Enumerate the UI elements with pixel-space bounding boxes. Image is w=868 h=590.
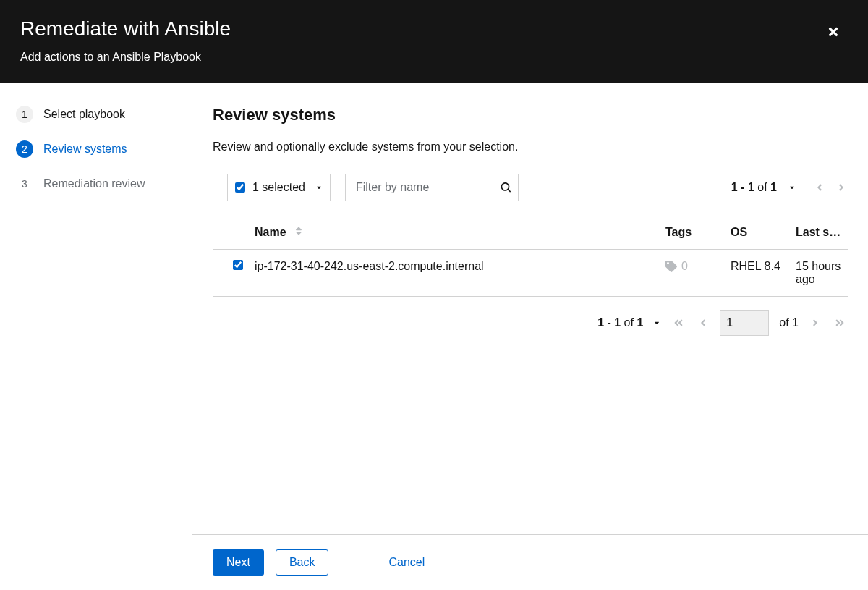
modal-header: Remediate with Ansible Add actions to an… [0, 0, 868, 83]
column-name[interactable]: Name [249, 216, 660, 250]
modal: Remediate with Ansible Add actions to an… [0, 0, 868, 590]
step-number: 2 [16, 140, 33, 158]
tag-icon [665, 261, 677, 272]
prev-page-button[interactable] [697, 315, 710, 331]
search-icon [501, 182, 511, 193]
page-title: Review systems [213, 106, 848, 125]
page-description: Review and optionally exclude systems fr… [213, 140, 848, 153]
cell-tags[interactable]: 0 [665, 260, 719, 273]
toolbar: 1 selected 1 - 1 of [213, 174, 848, 201]
wizard-nav: 1 Select playbook 2 Review systems 3 Rem… [0, 83, 192, 590]
per-page-dropdown[interactable] [653, 316, 660, 329]
step-label: Select playbook [43, 108, 125, 121]
next-page-button[interactable] [809, 315, 822, 331]
close-button[interactable] [825, 23, 842, 41]
modal-title: Remediate with Ansible [20, 17, 848, 41]
column-os[interactable]: OS [725, 216, 790, 250]
next-button[interactable]: Next [213, 549, 264, 576]
prev-page-button[interactable] [813, 180, 826, 195]
back-button[interactable]: Back [276, 549, 329, 576]
bulk-select-checkbox[interactable] [235, 182, 245, 193]
column-last-seen[interactable]: Last s… [790, 216, 848, 250]
per-page-dropdown[interactable] [788, 181, 796, 194]
step-label: Remediation review [43, 177, 145, 190]
modal-body: 1 Select playbook 2 Review systems 3 Rem… [0, 83, 868, 590]
wizard-step-remediation-review[interactable]: 3 Remediation review [16, 169, 192, 198]
last-page-button[interactable] [832, 315, 848, 331]
first-page-button[interactable] [671, 315, 686, 331]
pagination-bottom: 1 - 1 of 1 of [213, 297, 848, 336]
sort-icon [295, 226, 302, 238]
next-page-button[interactable] [835, 180, 848, 195]
cancel-button[interactable]: Cancel [375, 549, 438, 576]
table-header-row: Name Tags OS Last s… [213, 216, 848, 250]
pagination-range: 1 - 1 of 1 [597, 316, 643, 329]
cell-last-seen: 15 hours ago [790, 250, 848, 297]
pagination-range: 1 - 1 of 1 [731, 181, 777, 194]
caret-down-icon [315, 181, 323, 194]
cell-os: RHEL 8.4 [725, 250, 790, 297]
modal-subtitle: Add actions to an Ansible Playbook [20, 51, 848, 64]
wizard-step-select-playbook[interactable]: 1 Select playbook [16, 100, 192, 129]
column-tags[interactable]: Tags [660, 216, 725, 250]
footer: Next Back Cancel [192, 534, 868, 590]
filter-by-name[interactable] [345, 174, 519, 201]
filter-input[interactable] [356, 181, 501, 194]
wizard-step-review-systems[interactable]: 2 Review systems [16, 135, 192, 164]
cell-name: ip-172-31-40-242.us-east-2.compute.inter… [249, 250, 660, 297]
pagination-top: 1 - 1 of 1 [731, 180, 848, 195]
row-checkbox[interactable] [233, 260, 243, 270]
main-content: Review systems Review and optionally exc… [192, 83, 868, 534]
step-label: Review systems [43, 143, 127, 156]
bulk-select-dropdown[interactable]: 1 selected [227, 174, 331, 201]
close-icon [827, 25, 840, 38]
step-number: 3 [16, 175, 33, 193]
main-panel: Review systems Review and optionally exc… [192, 83, 868, 590]
page-number-input[interactable] [720, 310, 769, 336]
systems-table: Name Tags OS Last s… [213, 216, 848, 297]
bulk-select-label: 1 selected [252, 181, 305, 194]
table-row: ip-172-31-40-242.us-east-2.compute.inter… [213, 250, 848, 297]
step-number: 1 [16, 106, 33, 123]
